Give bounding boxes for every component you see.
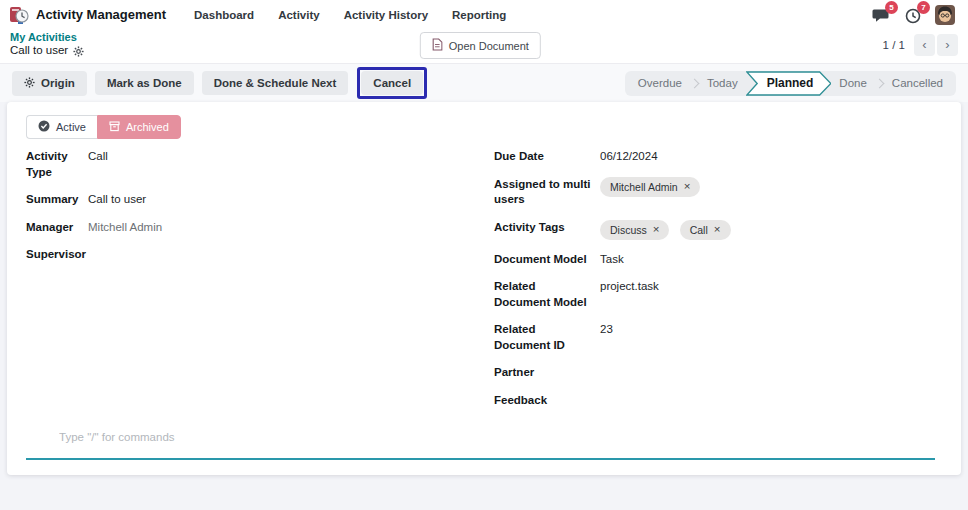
status-overdue[interactable]: Overdue (626, 77, 694, 89)
active-toggle-label: Active (56, 121, 86, 133)
open-document-button[interactable]: Open Document (420, 32, 541, 59)
status-done[interactable]: Done (827, 77, 879, 89)
field-activity-type: Activity Type Call (26, 148, 494, 180)
main-navbar: Activity Management Dashboard Activity A… (0, 0, 968, 29)
manager-label: Manager (26, 219, 88, 236)
related-document-model-label: Related Document Model (494, 278, 600, 310)
nav-item-reporting[interactable]: Reporting (440, 3, 518, 27)
form-columns: Activity Type Call Summary Call to user … (26, 148, 942, 419)
open-document-label: Open Document (449, 40, 529, 52)
nav-item-dashboard[interactable]: Dashboard (182, 3, 266, 27)
supervisor-label: Supervisor (26, 246, 88, 263)
assigned-user-tag-label: Mitchell Admin (610, 180, 678, 194)
breadcrumb-current-label: Call to user (10, 44, 68, 58)
related-document-id-label: Related Document ID (494, 321, 600, 353)
control-panel: My Activities Call to user (0, 29, 968, 59)
origin-button[interactable]: Origin (12, 71, 87, 96)
field-summary: Summary Call to user (26, 191, 494, 208)
nav-item-activity[interactable]: Activity (266, 3, 332, 27)
manager-value[interactable]: Mitchell Admin (88, 219, 162, 236)
field-activity-tags: Activity Tags Discuss × Call × (494, 219, 942, 240)
field-manager: Manager Mitchell Admin (26, 219, 494, 236)
archive-box-icon (109, 121, 120, 134)
form-left-column: Activity Type Call Summary Call to user … (26, 148, 494, 419)
activity-tag-discuss-label: Discuss (610, 223, 647, 237)
field-document-model: Document Model Task (494, 251, 942, 268)
document-model-value[interactable]: Task (600, 251, 624, 268)
activities-badge: 7 (917, 1, 930, 14)
activity-tag-call[interactable]: Call × (680, 220, 731, 240)
document-icon (432, 38, 443, 53)
field-due-date: Due Date 06/12/2024 (494, 148, 942, 165)
chevron-right-icon: › (945, 37, 949, 52)
app-title: Activity Management (36, 7, 166, 22)
breadcrumb-current: Call to user (10, 44, 84, 58)
done-schedule-next-button[interactable]: Done & Schedule Next (202, 71, 349, 95)
archived-toggle-button[interactable]: Archived (97, 115, 181, 139)
related-document-id-value[interactable]: 23 (600, 321, 613, 338)
pager: 1 / 1 ‹ › (883, 31, 958, 56)
active-archived-toggle: Active Archived (26, 115, 181, 139)
field-feedback: Feedback (494, 392, 942, 409)
messages-icon[interactable]: 5 (871, 5, 891, 25)
summary-label: Summary (26, 191, 88, 208)
breadcrumb-parent-link[interactable]: My Activities (10, 31, 84, 44)
messages-badge: 5 (885, 1, 898, 14)
chatter-divider (26, 458, 935, 460)
form-toolbar: Origin Mark as Done Done & Schedule Next… (0, 63, 968, 102)
remove-tag-icon[interactable]: × (684, 181, 691, 193)
activities-clock-icon[interactable]: 7 (903, 5, 923, 25)
pager-previous-button[interactable]: ‹ (914, 34, 935, 56)
mark-as-done-button[interactable]: Mark as Done (95, 71, 194, 95)
status-today[interactable]: Today (695, 77, 750, 89)
remove-tag-icon[interactable]: × (653, 224, 660, 236)
gear-icon[interactable] (73, 46, 84, 57)
document-model-label: Document Model (494, 251, 600, 268)
breadcrumb: My Activities Call to user (10, 31, 84, 58)
related-document-model-value[interactable]: project.task (600, 278, 659, 295)
active-toggle-button[interactable]: Active (26, 115, 97, 139)
cancel-highlight-box: Cancel (357, 67, 427, 99)
assigned-user-tag[interactable]: Mitchell Admin × (600, 177, 700, 197)
app-logo-icon[interactable] (9, 5, 29, 25)
navbar-right: 5 7 (871, 5, 959, 25)
activity-type-label: Activity Type (26, 148, 88, 180)
field-partner: Partner (494, 364, 942, 381)
pager-next-button[interactable]: › (937, 34, 958, 56)
nav-item-activity-history[interactable]: Activity History (332, 3, 440, 27)
check-circle-icon (38, 120, 50, 134)
field-supervisor: Supervisor (26, 246, 494, 263)
message-composer-input[interactable] (26, 425, 942, 449)
chatter-composer (26, 425, 942, 449)
form-right-column: Due Date 06/12/2024 Assigned to multi us… (494, 148, 942, 419)
user-avatar[interactable] (935, 5, 955, 25)
remove-tag-icon[interactable]: × (714, 224, 721, 236)
activity-tags-value: Discuss × Call × (600, 219, 738, 240)
origin-button-label: Origin (41, 77, 75, 89)
field-related-document-model: Related Document Model project.task (494, 278, 942, 310)
partner-label: Partner (494, 364, 600, 381)
app-header: Activity Management Dashboard Activity A… (0, 0, 968, 63)
due-date-value[interactable]: 06/12/2024 (600, 148, 658, 165)
field-assigned-users: Assigned to multi users Mitchell Admin × (494, 176, 942, 208)
assigned-users-label: Assigned to multi users (494, 176, 600, 208)
form-sheet: Active Archived Activity Type Call (7, 102, 961, 475)
summary-value[interactable]: Call to user (88, 191, 146, 208)
due-date-label: Due Date (494, 148, 600, 165)
status-planned-label: Planned (767, 76, 814, 90)
feedback-label: Feedback (494, 392, 600, 409)
status-planned[interactable]: Planned (746, 71, 832, 96)
pager-value: 1 / 1 (883, 39, 905, 51)
origin-gear-icon (24, 77, 35, 90)
status-cancelled[interactable]: Cancelled (880, 77, 955, 89)
cancel-button[interactable]: Cancel (361, 71, 423, 95)
archived-toggle-label: Archived (126, 121, 169, 133)
activity-tag-call-label: Call (690, 223, 708, 237)
assigned-users-value: Mitchell Admin × (600, 176, 707, 197)
form-sheet-inner: Active Archived Activity Type Call (7, 102, 961, 449)
chevron-left-icon: ‹ (922, 37, 926, 52)
statusbar: Overdue Today Planned Done Cancelled (625, 71, 956, 96)
activity-tag-discuss[interactable]: Discuss × (600, 220, 669, 240)
activity-tags-label: Activity Tags (494, 219, 600, 236)
activity-type-value[interactable]: Call (88, 148, 108, 165)
